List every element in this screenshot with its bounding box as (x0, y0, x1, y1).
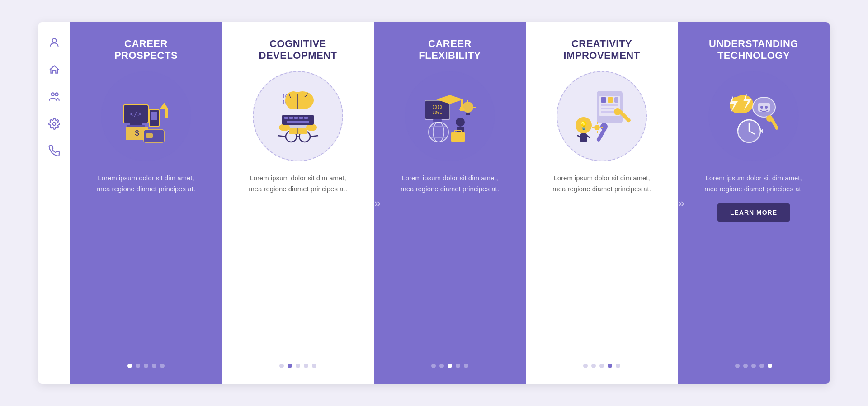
svg-text:💡: 💡 (579, 121, 589, 131)
home-icon[interactable] (47, 63, 61, 76)
card-1-description: Lorem ipsum dolor sit dim amet, mea regi… (96, 173, 196, 194)
card-career-prospects: CAREER PROSPECTS </> $ (70, 22, 222, 384)
dot-2-2 (288, 364, 292, 368)
card-3-description: Lorem ipsum dolor sit dim amet, mea regi… (400, 173, 500, 194)
dot-5-4 (760, 364, 764, 368)
dot-3-1 (431, 364, 436, 368)
card-4-illustration: 💡 (557, 71, 647, 161)
svg-point-72 (594, 125, 600, 130)
svg-rect-6 (130, 123, 142, 125)
card-1-pagination (127, 364, 165, 368)
phone-icon[interactable] (47, 144, 61, 158)
sidebar (38, 22, 70, 384)
card-creativity-improvement: CREATIVITY IMPROVEMENT (526, 22, 678, 384)
svg-point-89 (765, 106, 768, 109)
svg-rect-27 (299, 117, 303, 119)
svg-line-80 (578, 136, 580, 137)
dot-2-1 (279, 364, 284, 368)
svg-line-81 (587, 136, 590, 137)
dot-3-2 (439, 364, 444, 368)
people-icon[interactable] (47, 90, 61, 104)
settings-icon[interactable] (47, 117, 61, 131)
card-3-pagination (431, 364, 468, 368)
card-2-title: COGNITIVE DEVELOPMENT (259, 38, 337, 62)
svg-point-91 (766, 115, 773, 122)
outer-wrapper: CAREER PROSPECTS </> $ (38, 22, 830, 384)
dot-3-3 (448, 364, 452, 368)
dot-1-5 (160, 364, 165, 368)
svg-point-2 (55, 93, 58, 96)
svg-rect-23 (282, 115, 314, 125)
card-1-title: CAREER PROSPECTS (114, 38, 178, 62)
dot-3-4 (456, 364, 460, 368)
svg-rect-87 (758, 103, 770, 112)
svg-text:</>: </> (130, 110, 141, 118)
dot-4-4 (608, 364, 612, 368)
svg-rect-25 (289, 117, 293, 119)
card-4-pagination (583, 364, 620, 368)
main-content: CAREER PROSPECTS </> $ (70, 22, 830, 384)
svg-point-69 (614, 108, 621, 115)
svg-rect-45 (466, 113, 470, 115)
svg-point-44 (462, 102, 473, 113)
svg-text:1010: 1010 (432, 105, 442, 109)
svg-rect-15 (146, 133, 153, 138)
dot-1-4 (152, 364, 156, 368)
svg-rect-79 (580, 133, 587, 142)
dot-5-3 (751, 364, 756, 368)
dot-4-5 (616, 364, 620, 368)
svg-rect-37 (425, 100, 450, 119)
dot-1-3 (144, 364, 148, 368)
svg-point-19 (285, 91, 302, 109)
card-3-title: CAREER FLEXIBILITY (419, 38, 481, 62)
card-career-flexibility: CAREER FLEXIBILITY 1010 1001 (374, 22, 526, 384)
card-5-pagination (735, 364, 772, 368)
card-5-title: UNDERSTANDING TECHNOLOGY (709, 38, 798, 62)
svg-point-0 (52, 38, 57, 42)
dot-2-4 (304, 364, 308, 368)
card-understanding-technology: UNDERSTANDING TECHNOLOGY (678, 22, 830, 384)
svg-rect-65 (601, 104, 618, 106)
svg-rect-24 (284, 117, 288, 119)
card-1-illustration: </> $ (101, 71, 191, 161)
svg-line-34 (310, 136, 318, 137)
svg-rect-11 (165, 109, 168, 118)
card-3-illustration: 1010 1001 (405, 71, 495, 161)
dot-4-1 (583, 364, 588, 368)
svg-rect-63 (608, 97, 613, 103)
svg-rect-28 (304, 117, 308, 119)
dot-5-5 (768, 364, 772, 368)
user-icon[interactable] (47, 36, 61, 49)
svg-rect-40 (433, 119, 442, 122)
dot-5-2 (743, 364, 748, 368)
svg-rect-62 (601, 97, 606, 103)
svg-text:$: $ (135, 129, 139, 137)
card-4-title: CREATIVITY IMPROVEMENT (563, 38, 640, 62)
card-cognitive-development: COGNITIVE DEVELOPMENT 1010 1001 (222, 22, 374, 384)
svg-point-3 (53, 123, 56, 126)
card-2-pagination (279, 364, 316, 368)
card-2-illustration: 1010 1001 (253, 71, 343, 161)
svg-marker-10 (160, 103, 169, 109)
svg-line-33 (278, 136, 286, 137)
card-5-illustration (708, 71, 799, 161)
dot-2-3 (296, 364, 300, 368)
svg-rect-26 (294, 117, 298, 119)
dot-4-3 (599, 364, 604, 368)
svg-rect-29 (287, 121, 309, 123)
dot-1-2 (136, 364, 140, 368)
dot-2-5 (312, 364, 316, 368)
svg-point-88 (760, 106, 763, 109)
learn-more-button[interactable]: LEARN MORE (717, 203, 790, 222)
svg-text:1001: 1001 (432, 110, 442, 115)
card-5-description: Lorem ipsum dolor sit dim amet, mea regi… (704, 173, 803, 194)
svg-rect-9 (151, 112, 157, 120)
dot-4-2 (591, 364, 596, 368)
svg-rect-66 (601, 108, 614, 109)
svg-point-21 (279, 124, 290, 131)
svg-point-49 (456, 118, 465, 127)
card-2-description: Lorem ipsum dolor sit dim amet, mea regi… (248, 173, 348, 194)
svg-point-71 (600, 123, 608, 130)
svg-rect-64 (614, 97, 618, 103)
svg-point-22 (306, 124, 317, 131)
